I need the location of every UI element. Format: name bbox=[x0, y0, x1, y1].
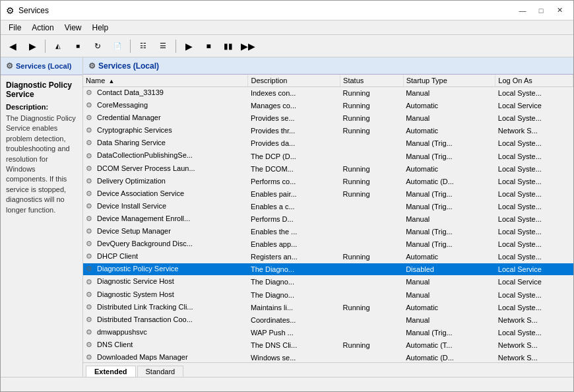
table-row[interactable]: ⚙Distributed Link Tracking Cli...Maintai… bbox=[83, 301, 573, 313]
service-name-cell: ⚙CoreMessaging bbox=[83, 100, 248, 112]
view-button[interactable]: ☰ bbox=[154, 38, 172, 55]
table-row[interactable]: ⚙Downloaded Maps ManagerWindows se...Aut… bbox=[83, 351, 573, 362]
service-name-cell: ⚙DevQuery Background Disc... bbox=[83, 238, 248, 251]
menu-help[interactable]: Help bbox=[87, 22, 114, 34]
table-row[interactable]: ⚙Data Sharing ServiceProvides da...Manua… bbox=[83, 137, 573, 150]
service-desc-cell: The Diagno... bbox=[248, 263, 340, 276]
close-button[interactable]: ✕ bbox=[551, 4, 568, 17]
menu-view[interactable]: View bbox=[59, 22, 87, 34]
service-desc-cell: Performs co... bbox=[248, 175, 340, 187]
tab-extended[interactable]: Extended bbox=[86, 366, 136, 377]
table-row[interactable]: ⚙DevQuery Background Disc...Enables app.… bbox=[83, 238, 573, 251]
service-logon-cell: Local Syste... bbox=[495, 212, 573, 225]
col-header-status[interactable]: Status bbox=[340, 75, 404, 87]
service-logon-cell: Local Syste... bbox=[495, 112, 573, 125]
service-gear-icon: ⚙ bbox=[86, 101, 95, 110]
table-row[interactable]: ⚙Distributed Transaction Coo...Coordinat… bbox=[83, 313, 573, 326]
service-name-cell: ⚙Delivery Optimization bbox=[83, 175, 248, 187]
service-name: DHCP Client bbox=[97, 252, 138, 260]
table-row[interactable]: ⚙Contact Data_33139Indexes con...Running… bbox=[83, 87, 573, 100]
service-name-cell: ⚙Credential Manager bbox=[83, 112, 248, 125]
table-header-row: Name ▲ Description Status Startup Type L… bbox=[83, 75, 573, 87]
refresh-button[interactable]: ↻ bbox=[88, 38, 107, 55]
sidebar-title: Services (Local) bbox=[16, 62, 71, 70]
service-desc-cell: Indexes con... bbox=[248, 87, 340, 100]
service-gear-icon: ⚙ bbox=[86, 114, 95, 123]
service-name-cell: ⚙dmwappushsvc bbox=[83, 326, 248, 339]
service-logon-cell: Local Syste... bbox=[495, 288, 573, 301]
content-area: ⚙ Services (Local) Name ▲ Description bbox=[83, 57, 573, 377]
services-scroll-area[interactable]: Name ▲ Description Status Startup Type L… bbox=[83, 75, 573, 362]
service-startup-cell: Automatic bbox=[403, 162, 495, 175]
title-bar-left: ⚙ Services bbox=[6, 5, 49, 16]
minimize-button[interactable]: — bbox=[514, 4, 531, 17]
stop-button[interactable]: ■ bbox=[199, 38, 218, 55]
table-row[interactable]: ⚙Diagnostic Service HostThe Diagno...Man… bbox=[83, 276, 573, 288]
service-name: Device Management Enroll... bbox=[97, 214, 190, 222]
tab-standard[interactable]: Standard bbox=[137, 366, 184, 377]
table-row[interactable]: ⚙Credential ManagerProvides se...Running… bbox=[83, 112, 573, 125]
table-row[interactable]: ⚙Device Management Enroll...Performs D..… bbox=[83, 212, 573, 225]
table-row[interactable]: ⚙Delivery OptimizationPerforms co...Runn… bbox=[83, 175, 573, 187]
service-startup-cell: Manual (Trig... bbox=[403, 150, 495, 162]
service-name: Diagnostic System Host bbox=[97, 290, 174, 298]
app-icon: ⚙ bbox=[6, 5, 15, 16]
col-header-name[interactable]: Name ▲ bbox=[83, 75, 248, 87]
export-button[interactable]: 📄 bbox=[108, 38, 127, 55]
service-startup-cell: Manual bbox=[403, 112, 495, 125]
service-logon-cell: Local Syste... bbox=[495, 175, 573, 187]
table-row[interactable]: ⚙CoreMessagingManages co...RunningAutoma… bbox=[83, 100, 573, 112]
table-row[interactable]: ⚙dmwappushsvcWAP Push ...Manual (Trig...… bbox=[83, 326, 573, 339]
back-button[interactable]: ◀ bbox=[3, 38, 22, 55]
main-area: ⚙ Services (Local) Diagnostic Policy Ser… bbox=[1, 57, 573, 377]
service-logon-cell: Local Syste... bbox=[495, 150, 573, 162]
service-logon-cell: Local Syste... bbox=[495, 251, 573, 263]
table-row[interactable]: ⚙Cryptographic ServicesProvides thr...Ru… bbox=[83, 125, 573, 137]
maximize-button[interactable]: □ bbox=[532, 4, 550, 17]
table-row[interactable]: ⚙DNS ClientThe DNS Cli...RunningAutomati… bbox=[83, 339, 573, 351]
start-button[interactable]: ▶ bbox=[179, 38, 198, 55]
service-desc-cell: Registers an... bbox=[248, 251, 340, 263]
table-row[interactable]: ⚙Device Install ServiceEnables a c...Man… bbox=[83, 200, 573, 212]
menu-file[interactable]: File bbox=[3, 22, 26, 34]
service-startup-cell: Automatic bbox=[403, 251, 495, 263]
service-status-cell: Running bbox=[340, 187, 404, 200]
menu-action[interactable]: Action bbox=[26, 22, 59, 34]
table-row[interactable]: ⚙Diagnostic System HostThe Diagno...Manu… bbox=[83, 288, 573, 301]
service-status-cell: Running bbox=[340, 125, 404, 137]
service-desc-cell: WAP Push ... bbox=[248, 326, 340, 339]
main-window: ⚙ Services — □ ✕ File Action View Help ◀… bbox=[0, 0, 574, 392]
service-logon-cell: Local Syste... bbox=[495, 187, 573, 200]
table-row[interactable]: ⚙DHCP ClientRegisters an...RunningAutoma… bbox=[83, 251, 573, 263]
service-logon-cell: Network S... bbox=[495, 125, 573, 137]
table-row[interactable]: ⚙Device Setup ManagerEnables the ...Manu… bbox=[83, 226, 573, 238]
service-name-cell: ⚙Contact Data_33139 bbox=[83, 87, 248, 100]
service-startup-cell: Automatic bbox=[403, 100, 495, 112]
service-status-cell: Running bbox=[340, 87, 404, 100]
service-name-cell: ⚙DataCollectionPublishingSe... bbox=[83, 150, 248, 162]
service-name-cell: ⚙Diagnostic Policy Service bbox=[83, 263, 248, 276]
service-name: DCOM Server Process Laun... bbox=[97, 164, 195, 172]
service-name: Diagnostic Policy Service bbox=[97, 265, 179, 273]
table-row[interactable]: ⚙DataCollectionPublishingSe...The DCP (D… bbox=[83, 150, 573, 162]
restart-button[interactable]: ▶▶ bbox=[239, 38, 257, 55]
col-header-description[interactable]: Description bbox=[248, 75, 340, 87]
show-hide-console-button[interactable]: ◭ bbox=[49, 38, 67, 55]
service-startup-cell: Manual (Trig... bbox=[403, 226, 495, 238]
service-startup-cell: Manual (Trig... bbox=[403, 187, 495, 200]
selected-service-title: Diagnostic Policy Service bbox=[6, 81, 77, 99]
pause-button[interactable]: ▮▮ bbox=[219, 38, 238, 55]
service-name: Contact Data_33139 bbox=[97, 88, 164, 96]
service-desc-cell: The Diagno... bbox=[248, 288, 340, 301]
filter-button[interactable]: ☷ bbox=[134, 38, 152, 55]
service-description: The Diagnostic Policy Service enables pr… bbox=[6, 114, 77, 215]
table-row[interactable]: ⚙Diagnostic Policy ServiceThe Diagno...D… bbox=[83, 263, 573, 276]
properties-button[interactable]: ■ bbox=[69, 38, 87, 55]
service-logon-cell: Network S... bbox=[495, 351, 573, 362]
service-logon-cell: Local Syste... bbox=[495, 326, 573, 339]
col-header-startup[interactable]: Startup Type bbox=[403, 75, 495, 87]
forward-button[interactable]: ▶ bbox=[23, 38, 42, 55]
table-row[interactable]: ⚙Device Association ServiceEnables pair.… bbox=[83, 187, 573, 200]
table-row[interactable]: ⚙DCOM Server Process Laun...The DCOM...R… bbox=[83, 162, 573, 175]
col-header-logon[interactable]: Log On As bbox=[495, 75, 573, 87]
